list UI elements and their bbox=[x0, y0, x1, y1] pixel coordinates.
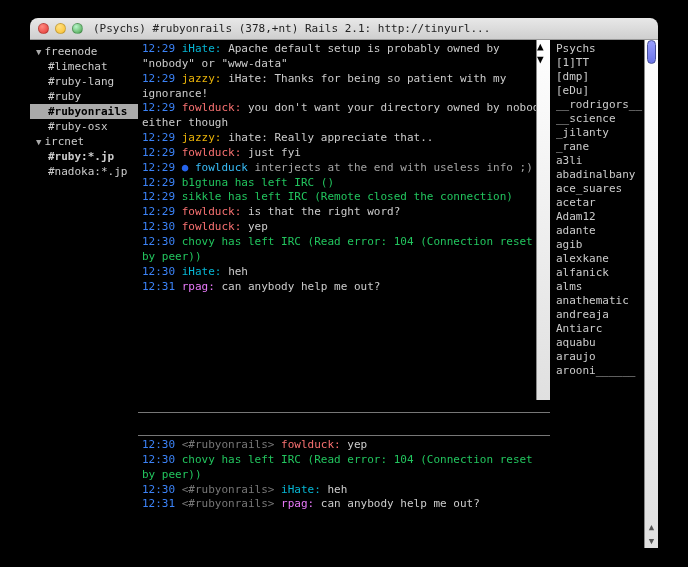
timestamp: 12:31 bbox=[142, 280, 175, 293]
user-item[interactable]: [1]TT bbox=[556, 56, 656, 70]
message-text: is that the right word? bbox=[248, 205, 400, 218]
nick: fowlduck: bbox=[182, 146, 242, 159]
user-item[interactable]: alms bbox=[556, 280, 656, 294]
scroll-track[interactable] bbox=[645, 40, 658, 520]
timestamp: 12:31 bbox=[142, 497, 175, 510]
user-item[interactable]: agib bbox=[556, 238, 656, 252]
user-list: Psychs[1]TT[dmp][eDu]__rodrigors____scie… bbox=[550, 40, 658, 548]
nick: jazzy: bbox=[182, 72, 222, 85]
message-text: heh bbox=[327, 483, 347, 496]
chat-line: 12:29 jazzy: iHate: Thanks for being so … bbox=[142, 72, 546, 102]
nick: fowlduck: bbox=[182, 101, 242, 114]
app-window: (Psychs) #rubyonrails (378,+nt) Rails 2.… bbox=[30, 18, 658, 548]
user-item[interactable]: araujo bbox=[556, 350, 656, 364]
nick: rpag: bbox=[182, 280, 215, 293]
nick: fowlduck bbox=[195, 161, 248, 174]
zoom-icon[interactable] bbox=[72, 23, 83, 34]
chat-log[interactable]: 12:29 iHate: Apache default setup is pro… bbox=[138, 40, 550, 412]
user-item[interactable]: ace_suares bbox=[556, 182, 656, 196]
titlebar[interactable]: (Psychs) #rubyonrails (378,+nt) Rails 2.… bbox=[30, 18, 658, 40]
message-text: interjects at the end with useless info … bbox=[255, 161, 533, 174]
scroll-thumb[interactable] bbox=[647, 40, 656, 64]
user-item[interactable]: andreaja bbox=[556, 308, 656, 322]
minimize-icon[interactable] bbox=[55, 23, 66, 34]
user-item[interactable]: anathematic bbox=[556, 294, 656, 308]
timestamp: 12:29 bbox=[142, 131, 175, 144]
console-log[interactable]: 12:30 <#rubyonrails> fowlduck: yep12:30 … bbox=[138, 436, 550, 548]
nick: rpag: bbox=[281, 497, 314, 510]
user-item[interactable]: alfanick bbox=[556, 266, 656, 280]
scroll-down-icon[interactable]: ▼ bbox=[537, 53, 550, 66]
scroll-down-icon[interactable]: ▼ bbox=[645, 534, 658, 548]
channel-tag: <#rubyonrails> bbox=[182, 483, 275, 496]
nick: iHate: bbox=[281, 483, 321, 496]
scroll-up-icon[interactable]: ▲ bbox=[645, 520, 658, 534]
chat-line: 12:29 ● fowlduck interjects at the end w… bbox=[142, 161, 546, 176]
timestamp: 12:30 bbox=[142, 220, 175, 233]
timestamp: 12:30 bbox=[142, 453, 175, 466]
channel-item[interactable]: #ruby bbox=[30, 89, 138, 104]
chat-line: 12:29 fowlduck: is that the right word? bbox=[142, 205, 546, 220]
channel-item[interactable]: #ruby-lang bbox=[30, 74, 138, 89]
timestamp: 12:29 bbox=[142, 176, 175, 189]
channel-item[interactable]: #limechat bbox=[30, 59, 138, 74]
user-item[interactable]: [eDu] bbox=[556, 84, 656, 98]
message-text: yep bbox=[248, 220, 268, 233]
channel-item[interactable]: #ruby:*.jp bbox=[30, 149, 138, 164]
chat-line: 12:31 rpag: can anybody help me out? bbox=[142, 280, 546, 295]
message-text: ihate: Really appreciate that.. bbox=[228, 131, 433, 144]
close-icon[interactable] bbox=[38, 23, 49, 34]
system-message: b1gtuna has left IRC () bbox=[182, 176, 334, 189]
user-item[interactable]: Psychs bbox=[556, 42, 656, 56]
user-item[interactable]: __rodrigors__ bbox=[556, 98, 656, 112]
chat-line: 12:30 iHate: heh bbox=[142, 265, 546, 280]
window-controls bbox=[38, 23, 83, 34]
network-item[interactable]: ▼freenode bbox=[30, 44, 138, 59]
nick: fowlduck: bbox=[182, 220, 242, 233]
user-item[interactable]: Adam12 bbox=[556, 210, 656, 224]
chat-scrollbar[interactable]: ▲ ▼ bbox=[536, 40, 550, 400]
message-text: can anybody help me out? bbox=[222, 280, 381, 293]
console-line: 12:30 <#rubyonrails> fowlduck: yep bbox=[142, 438, 546, 453]
chat-line: 12:30 chovy has left IRC (Read error: 10… bbox=[142, 235, 546, 265]
user-item[interactable]: alexkane bbox=[556, 252, 656, 266]
user-item[interactable]: _rane bbox=[556, 140, 656, 154]
user-item[interactable]: [dmp] bbox=[556, 70, 656, 84]
message-text: heh bbox=[228, 265, 248, 278]
user-item[interactable]: a3li bbox=[556, 154, 656, 168]
user-item[interactable]: adante bbox=[556, 224, 656, 238]
channel-tag: <#rubyonrails> bbox=[182, 438, 275, 451]
content: ▼freenode#limechat#ruby-lang#ruby#rubyon… bbox=[30, 40, 658, 548]
window-title: (Psychs) #rubyonrails (378,+nt) Rails 2.… bbox=[93, 22, 650, 35]
channel-item[interactable]: #rubyonrails bbox=[30, 104, 138, 119]
timestamp: 12:29 bbox=[142, 146, 175, 159]
user-item[interactable]: Antiarc bbox=[556, 322, 656, 336]
network-label: freenode bbox=[44, 45, 97, 58]
user-item[interactable]: arooni______ bbox=[556, 364, 656, 378]
chat-line: 12:29 fowlduck: just fyi bbox=[142, 146, 546, 161]
nick: jazzy: bbox=[182, 131, 222, 144]
chat-line: 12:29 sikkle has left IRC (Remote closed… bbox=[142, 190, 546, 205]
user-item[interactable]: _jilanty bbox=[556, 126, 656, 140]
timestamp: 12:29 bbox=[142, 42, 175, 55]
timestamp: 12:29 bbox=[142, 161, 175, 174]
timestamp: 12:29 bbox=[142, 205, 175, 218]
message-text: can anybody help me out? bbox=[321, 497, 480, 510]
user-item[interactable]: __science bbox=[556, 112, 656, 126]
timestamp: 12:30 bbox=[142, 438, 175, 451]
chat-line: 12:29 fowlduck: you don't want your dire… bbox=[142, 101, 546, 131]
message-input[interactable] bbox=[138, 418, 550, 431]
nick: fowlduck: bbox=[182, 205, 242, 218]
channel-item[interactable]: #ruby-osx bbox=[30, 119, 138, 134]
scroll-up-icon[interactable]: ▲ bbox=[537, 40, 550, 53]
userlist-scrollbar[interactable]: ▲ ▼ bbox=[644, 40, 658, 548]
chat-line: 12:29 iHate: Apache default setup is pro… bbox=[142, 42, 546, 72]
user-item[interactable]: acetar bbox=[556, 196, 656, 210]
system-message: sikkle has left IRC (Remote closed the c… bbox=[182, 190, 513, 203]
network-item[interactable]: ▼ircnet bbox=[30, 134, 138, 149]
chat-line: 12:29 jazzy: ihate: Really appreciate th… bbox=[142, 131, 546, 146]
channel-item[interactable]: #nadoka:*.jp bbox=[30, 164, 138, 179]
system-message: chovy has left IRC (Read error: 104 (Con… bbox=[142, 453, 533, 481]
user-item[interactable]: aquabu bbox=[556, 336, 656, 350]
user-item[interactable]: abadinalbany bbox=[556, 168, 656, 182]
